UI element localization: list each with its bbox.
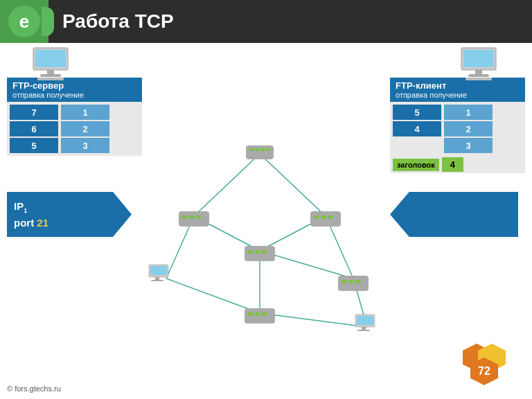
ftp-client-header: FTP-клиент отправка получение — [390, 78, 525, 102]
header: e Работа TCP — [0, 0, 532, 43]
svg-rect-45 — [355, 280, 360, 283]
recv-cell-2: 2 — [61, 121, 109, 136]
svg-rect-39 — [248, 312, 253, 316]
ftp-client-title: FTP-клиент — [396, 80, 520, 91]
ftp-client-panel: FTP-клиент отправка получение 5 4 1 2 3 … — [390, 78, 525, 173]
ftp-client-subtitle: отправка получение — [396, 91, 520, 99]
hex-group: 72 — [463, 344, 518, 392]
svg-rect-3 — [40, 74, 61, 77]
svg-rect-22 — [249, 148, 254, 151]
svg-rect-43 — [342, 280, 346, 283]
ftp-server-header: FTP-сервер отправка получение — [7, 78, 142, 102]
svg-rect-28 — [189, 215, 194, 219]
ftp-server-recv-col: 1 2 3 — [61, 105, 109, 153]
logo-letter: e — [19, 11, 29, 33]
svg-rect-9 — [466, 78, 492, 80]
ftp-client-recv-col: 1 2 3 — [444, 105, 493, 153]
svg-rect-23 — [255, 148, 259, 151]
right-arrow-shape — [390, 192, 518, 237]
svg-rect-51 — [357, 316, 373, 325]
svg-rect-1 — [35, 50, 66, 67]
ftp-server-title: FTP-сервер — [12, 80, 136, 91]
svg-rect-6 — [463, 50, 494, 67]
ftp-server-computer-icon — [28, 46, 76, 81]
svg-line-20 — [260, 313, 367, 327]
svg-rect-2 — [47, 70, 54, 74]
ftp-server-subtitle: отправка получение — [12, 91, 136, 99]
svg-rect-44 — [348, 280, 353, 283]
right-arrow — [390, 192, 529, 237]
logo-area: e — [0, 0, 48, 43]
svg-rect-40 — [255, 312, 260, 316]
page-title: Работа TCP — [62, 10, 174, 33]
send-cell-2: 6 — [10, 121, 58, 136]
network-node-2 — [179, 211, 209, 227]
logo-icon: e — [8, 6, 40, 37]
recv-cell-1: 1 — [61, 105, 109, 120]
recv-cell-3: 3 — [61, 138, 109, 153]
network-computer-1 — [149, 265, 168, 281]
network-diagram — [111, 112, 409, 355]
send-cell-3: 5 — [10, 138, 58, 153]
svg-rect-32 — [321, 215, 326, 219]
bottom-bar: © fors.gtechs.ru — [0, 378, 532, 399]
svg-rect-31 — [314, 215, 319, 219]
network-svg — [111, 112, 409, 355]
ftp-server-send-col: 7 6 5 — [10, 105, 58, 153]
logo-tail — [42, 7, 54, 36]
svg-rect-36 — [255, 250, 260, 254]
svg-rect-52 — [362, 327, 366, 330]
svg-rect-48 — [155, 277, 159, 280]
svg-line-10 — [194, 154, 260, 216]
svg-rect-21 — [246, 145, 274, 159]
network-node-4 — [245, 246, 275, 261]
zagolovok-value: 4 — [442, 157, 463, 172]
send-cell-1: 7 — [10, 105, 58, 120]
svg-rect-25 — [266, 148, 270, 151]
network-node-6 — [338, 276, 369, 291]
page-number: 72 — [470, 357, 498, 385]
svg-rect-41 — [262, 312, 267, 316]
svg-rect-33 — [328, 215, 332, 219]
svg-rect-37 — [262, 250, 267, 254]
svg-rect-27 — [182, 215, 187, 219]
client-recv-cell-2: 2 — [444, 121, 493, 136]
network-node-3 — [310, 211, 341, 227]
svg-rect-29 — [196, 215, 201, 219]
main-content: FTP-сервер отправка получение 7 6 5 1 2 … — [0, 43, 532, 399]
svg-rect-35 — [248, 250, 253, 254]
svg-line-16 — [166, 278, 260, 313]
client-recv-cell-1: 1 — [444, 105, 493, 120]
port-value: 21 — [37, 217, 48, 229]
ftp-client-computer-icon — [456, 46, 504, 81]
svg-line-11 — [260, 154, 326, 216]
svg-rect-49 — [151, 280, 163, 281]
svg-rect-7 — [475, 70, 482, 74]
svg-rect-53 — [357, 330, 370, 331]
svg-rect-8 — [468, 74, 489, 77]
network-computer-2 — [355, 314, 375, 331]
ftp-client-tables: 5 4 1 2 3 — [390, 102, 525, 156]
network-node-1 — [246, 145, 274, 159]
copyright: © fors.gtechs.ru — [7, 384, 61, 393]
client-recv-cell-3: 3 — [444, 138, 493, 153]
svg-rect-47 — [150, 266, 167, 275]
svg-rect-24 — [260, 148, 265, 151]
zagolovok-row: заголовок 4 — [390, 156, 525, 173]
network-node-5 — [245, 308, 275, 323]
svg-rect-4 — [37, 78, 64, 80]
